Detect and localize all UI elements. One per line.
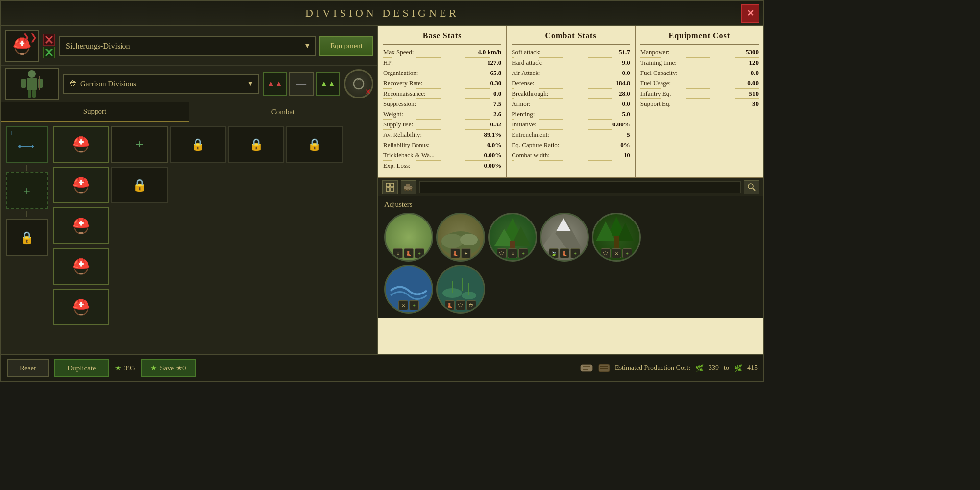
svg-rect-14 [386,183,390,187]
adj-icon-shield-2: 🛡 [601,248,611,258]
grid-icon[interactable] [382,180,398,194]
bottom-bar: Reset Duplicate ★ 395 ★ Save ★0 Estimate… [1,354,763,381]
stat-supply: Supply use: 0.32 [383,120,501,130]
close-button[interactable]: ✕ [741,4,760,23]
cost-to: to [724,364,729,372]
svg-point-29 [441,234,463,248]
adj-icon-plus-4: + [622,248,632,258]
support-locked-slot[interactable]: 🔒 [6,219,48,256]
save-button[interactable]: ★ Save ★0 [141,359,196,377]
battalion-add-1[interactable]: + [111,126,168,163]
delete-icon-1[interactable] [43,34,55,46]
svg-point-23 [404,189,406,191]
support-add-slot-2[interactable]: + [6,172,48,209]
title-bar: Division Designer ✕ [1,1,763,26]
adjusters-section: Adjusters ⚔ 👢 + [378,196,763,318]
battalion-helmet-5[interactable]: ⛑️ [53,289,109,325]
division-name: Sicherungs-Division [66,42,130,50]
support-column: + + 🔒 [5,126,49,333]
cost-max: 415 [747,364,758,372]
equipment-button[interactable]: Equipment [319,36,373,56]
delete-icon-2[interactable] [43,47,55,58]
battalion-lock-3[interactable]: 🔒 [286,126,343,163]
right-bottom: Estimated Production Cost: 🌿 339 to 🌿 41… [580,363,758,373]
adj-icon-sword-2: ⚔ [612,248,621,258]
delete-icons [43,34,55,58]
search-icon[interactable] [744,180,760,194]
unit-icon-box: ⛑️ ❯❯ [5,30,39,62]
battalion-helmet-4[interactable]: ⛑️ [53,248,109,285]
rank-minus-button[interactable]: — [289,72,314,96]
battalion-lock-1[interactable]: 🔒 [170,126,226,163]
stat-entrenchment: Entrenchment: 5 [512,130,630,140]
circular-action-button[interactable]: ✕ [344,69,373,98]
svg-point-25 [410,189,412,191]
terrain-marsh[interactable]: 👢 🛡 ⛑ [436,265,485,314]
reset-button[interactable]: Reset [7,359,49,377]
stat-soft-attack: Soft attack: 51.7 [512,48,630,58]
xp-display: ★ 395 [115,364,135,372]
adj-icon-plus-5: + [409,300,419,310]
tab-combat[interactable]: Combat [189,102,377,122]
stat-organization: Organization: 65.8 [383,68,501,78]
stat-defense: Defense: 184.8 [512,78,630,89]
stat-manpower: Manpower: 5300 [640,48,759,58]
terrain-jungle[interactable]: 🛡 ⚔ + [592,213,641,262]
stat-weight: Weight: 2.6 [383,109,501,120]
battalion-helmet-1[interactable]: ⛑️ [53,126,109,163]
equipment-cost-column: Equipment Cost Manpower: 5300 Training t… [636,26,763,177]
tab-support[interactable]: Support [1,102,189,122]
terrain-mountain[interactable]: 🍃 👢 + [540,213,589,262]
adj-icon-hat: ⛑ [466,300,476,310]
division-name-box[interactable]: Sicherungs-Division ▼ [59,36,316,56]
garrison-name-box[interactable]: ⛑ Garrison Divisions ▼ [63,74,259,94]
battalion-lock-2[interactable]: 🔒 [228,126,284,163]
battalion-helmet-3[interactable]: ⛑️ [53,207,109,244]
stat-infantry-eq: Infantry Eq. 510 [640,89,759,99]
stat-recon: Reconnaissance: 0.0 [383,89,501,99]
dropdown-arrow: ▼ [304,42,311,50]
rank-icon: ❯❯ [23,32,37,43]
rank-up-button[interactable]: ▲▲ [263,72,287,96]
combat-row-2: ⛑️ 🔒 [53,167,373,203]
adjusters-row-1: ⚔ 👢 + [384,213,758,262]
garrison-name: Garrison Divisions [80,80,136,88]
terrain-hills[interactable]: 👢 ✦ [436,213,485,262]
stat-training-time: Training time: 120 [640,58,759,68]
base-stats-column: Base Stats Max Speed: 4.0 km/h HP: 127.0… [378,26,507,177]
adjuster-toolbar [378,178,763,196]
svg-rect-22 [410,187,413,188]
main-window: Division Designer ✕ ⛑️ ❯❯ [0,0,764,382]
battalion-lock-4[interactable]: 🔒 [111,167,168,203]
svg-rect-16 [386,188,390,191]
adj-icon-plus-2: + [518,248,528,258]
svg-point-4 [28,70,36,78]
terrain-river[interactable]: ⚔ + [384,265,433,314]
terrain-forest[interactable]: 🛡 ⚔ + [488,213,537,262]
adj-icon-boot-4: 👢 [445,300,455,310]
content-area: ⛑️ ❯❯ [1,26,763,354]
svg-point-30 [460,234,478,245]
rank-up-button-2[interactable]: ▲▲ [316,72,340,96]
leaf-icon-1: 🌿 [695,364,704,372]
combat-area: ⛑️ + 🔒 🔒 🔒 [53,126,373,333]
tank-icon[interactable] [401,180,416,194]
combat-stats-header: Combat Stats [512,29,630,45]
battalion-helmet-2[interactable]: ⛑️ [53,167,109,203]
duplicate-button[interactable]: Duplicate [54,359,108,377]
support-add-slot-1[interactable]: + [6,126,48,163]
svg-rect-21 [406,184,410,187]
adj-icon-boot-3: 👢 [560,248,569,258]
search-bar[interactable] [419,181,741,193]
svg-rect-5 [27,78,37,90]
combat-row-5: ⛑️ [53,289,373,325]
combat-stats-column: Combat Stats Soft attack: 51.7 Hard atta… [507,26,635,177]
stat-hard-attack: Hard attack: 9.0 [512,58,630,68]
svg-marker-12 [32,144,34,149]
stat-eq-capture: Eq. Capture Ratio: 0% [512,140,630,150]
stat-recovery: Recovery Rate: 0.30 [383,78,501,89]
terrain-plains[interactable]: ⚔ 👢 + [384,213,433,262]
save-label: Save ★0 [160,364,186,372]
right-panel-inner: Base Stats Max Speed: 4.0 km/h HP: 127.0… [378,26,763,354]
equipment-cost-header: Equipment Cost [640,29,759,45]
